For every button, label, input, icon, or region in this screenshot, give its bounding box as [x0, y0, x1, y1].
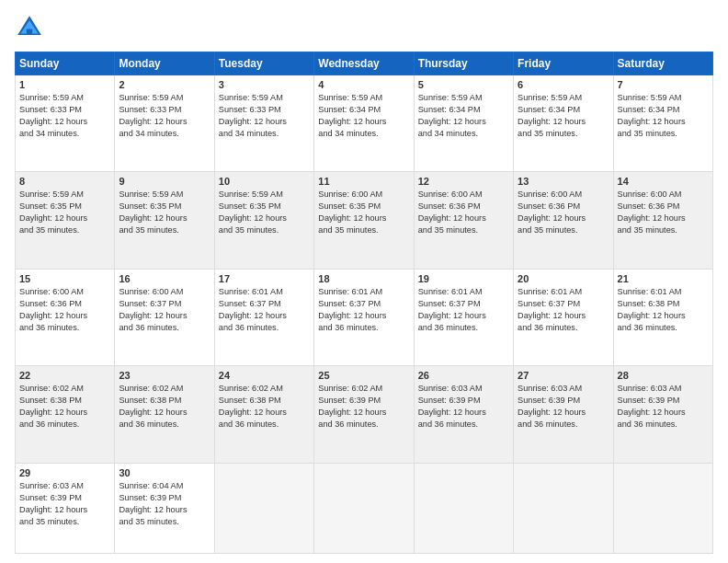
day-number: 10: [219, 176, 310, 187]
calendar-cell: 29Sunrise: 6:03 AMSunset: 6:39 PMDayligh…: [16, 463, 115, 553]
calendar-cell: [414, 463, 513, 553]
day-number: 3: [219, 79, 310, 90]
calendar-cell: 25Sunrise: 6:02 AMSunset: 6:39 PMDayligh…: [314, 366, 414, 463]
day-number: 23: [119, 370, 210, 381]
calendar-cell: 4Sunrise: 5:59 AMSunset: 6:34 PMDaylight…: [314, 75, 414, 172]
day-number: 22: [19, 370, 110, 381]
col-header-thursday: Thursday: [414, 52, 513, 75]
day-info: Sunrise: 6:02 AMSunset: 6:38 PMDaylight:…: [219, 383, 310, 431]
calendar-cell: 15Sunrise: 6:00 AMSunset: 6:36 PMDayligh…: [16, 269, 115, 365]
day-info: Sunrise: 5:59 AMSunset: 6:34 PMDaylight:…: [318, 92, 409, 140]
day-number: 30: [119, 467, 210, 478]
day-info: Sunrise: 5:59 AMSunset: 6:33 PMDaylight:…: [219, 92, 310, 140]
calendar-cell: [214, 463, 313, 553]
day-info: Sunrise: 6:00 AMSunset: 6:36 PMDaylight:…: [418, 189, 509, 236]
day-number: 9: [119, 176, 210, 187]
calendar-cell: 26Sunrise: 6:03 AMSunset: 6:39 PMDayligh…: [414, 366, 513, 463]
day-number: 14: [618, 176, 709, 187]
day-info: Sunrise: 5:59 AMSunset: 6:33 PMDaylight:…: [119, 92, 210, 140]
calendar-cell: 18Sunrise: 6:01 AMSunset: 6:37 PMDayligh…: [314, 269, 414, 365]
day-number: 16: [119, 273, 210, 284]
day-info: Sunrise: 5:59 AMSunset: 6:34 PMDaylight:…: [618, 92, 709, 140]
col-header-saturday: Saturday: [613, 52, 712, 75]
calendar-cell: 30Sunrise: 6:04 AMSunset: 6:39 PMDayligh…: [115, 463, 214, 553]
day-info: Sunrise: 5:59 AMSunset: 6:34 PMDaylight:…: [418, 92, 509, 140]
day-info: Sunrise: 5:59 AMSunset: 6:35 PMDaylight:…: [219, 189, 310, 236]
day-info: Sunrise: 6:04 AMSunset: 6:39 PMDaylight:…: [119, 480, 210, 528]
day-info: Sunrise: 5:59 AMSunset: 6:35 PMDaylight:…: [119, 189, 210, 236]
day-info: Sunrise: 6:01 AMSunset: 6:37 PMDaylight:…: [518, 286, 609, 334]
day-info: Sunrise: 6:02 AMSunset: 6:38 PMDaylight:…: [19, 383, 110, 431]
day-number: 29: [19, 467, 110, 478]
calendar-cell: 13Sunrise: 6:00 AMSunset: 6:36 PMDayligh…: [514, 172, 613, 269]
day-info: Sunrise: 6:00 AMSunset: 6:36 PMDaylight:…: [518, 189, 609, 236]
calendar-cell: [613, 463, 712, 553]
page: SundayMondayTuesdayWednesdayThursdayFrid…: [0, 0, 728, 563]
day-number: 17: [219, 273, 310, 284]
day-number: 6: [518, 79, 609, 90]
day-info: Sunrise: 6:03 AMSunset: 6:39 PMDaylight:…: [418, 383, 509, 431]
calendar-cell: 14Sunrise: 6:00 AMSunset: 6:36 PMDayligh…: [613, 172, 712, 269]
day-number: 8: [19, 176, 110, 187]
col-header-friday: Friday: [514, 52, 613, 75]
calendar-cell: 11Sunrise: 6:00 AMSunset: 6:35 PMDayligh…: [314, 172, 414, 269]
day-info: Sunrise: 5:59 AMSunset: 6:35 PMDaylight:…: [19, 189, 110, 236]
day-number: 5: [418, 79, 509, 90]
day-number: 19: [418, 273, 509, 284]
col-header-wednesday: Wednesday: [314, 52, 414, 75]
logo-icon: [15, 13, 44, 42]
day-info: Sunrise: 6:01 AMSunset: 6:38 PMDaylight:…: [618, 286, 709, 334]
day-number: 7: [618, 79, 709, 90]
day-number: 20: [518, 273, 609, 284]
day-info: Sunrise: 6:01 AMSunset: 6:37 PMDaylight:…: [418, 286, 509, 334]
calendar-cell: 9Sunrise: 5:59 AMSunset: 6:35 PMDaylight…: [115, 172, 214, 269]
calendar-cell: 5Sunrise: 5:59 AMSunset: 6:34 PMDaylight…: [414, 75, 513, 172]
day-info: Sunrise: 6:03 AMSunset: 6:39 PMDaylight:…: [19, 480, 110, 528]
day-number: 18: [318, 273, 409, 284]
day-number: 2: [119, 79, 210, 90]
day-info: Sunrise: 6:00 AMSunset: 6:35 PMDaylight:…: [318, 189, 409, 236]
day-number: 27: [518, 370, 609, 381]
calendar-cell: 3Sunrise: 5:59 AMSunset: 6:33 PMDaylight…: [214, 75, 313, 172]
day-info: Sunrise: 6:03 AMSunset: 6:39 PMDaylight:…: [618, 383, 709, 431]
calendar-row-week-2: 8Sunrise: 5:59 AMSunset: 6:35 PMDaylight…: [16, 172, 713, 269]
calendar-cell: 2Sunrise: 5:59 AMSunset: 6:33 PMDaylight…: [115, 75, 214, 172]
calendar-cell: 21Sunrise: 6:01 AMSunset: 6:38 PMDayligh…: [613, 269, 712, 365]
day-info: Sunrise: 6:02 AMSunset: 6:39 PMDaylight:…: [318, 383, 409, 431]
calendar-cell: 27Sunrise: 6:03 AMSunset: 6:39 PMDayligh…: [514, 366, 613, 463]
day-info: Sunrise: 6:01 AMSunset: 6:37 PMDaylight:…: [219, 286, 310, 334]
day-number: 25: [318, 370, 409, 381]
calendar-cell: 8Sunrise: 5:59 AMSunset: 6:35 PMDaylight…: [16, 172, 115, 269]
day-number: 24: [219, 370, 310, 381]
calendar-cell: 10Sunrise: 5:59 AMSunset: 6:35 PMDayligh…: [214, 172, 313, 269]
day-info: Sunrise: 5:59 AMSunset: 6:34 PMDaylight:…: [518, 92, 609, 140]
day-number: 21: [618, 273, 709, 284]
calendar-table: SundayMondayTuesdayWednesdayThursdayFrid…: [15, 52, 713, 554]
calendar-cell: 28Sunrise: 6:03 AMSunset: 6:39 PMDayligh…: [613, 366, 712, 463]
day-info: Sunrise: 6:00 AMSunset: 6:36 PMDaylight:…: [618, 189, 709, 236]
calendar-cell: 12Sunrise: 6:00 AMSunset: 6:36 PMDayligh…: [414, 172, 513, 269]
col-header-sunday: Sunday: [16, 52, 115, 75]
day-info: Sunrise: 6:01 AMSunset: 6:37 PMDaylight:…: [318, 286, 409, 334]
day-number: 28: [618, 370, 709, 381]
col-header-tuesday: Tuesday: [214, 52, 313, 75]
svg-rect-2: [27, 29, 32, 35]
calendar-cell: 7Sunrise: 5:59 AMSunset: 6:34 PMDaylight…: [613, 75, 712, 172]
calendar-cell: 17Sunrise: 6:01 AMSunset: 6:37 PMDayligh…: [214, 269, 313, 365]
calendar-cell: 20Sunrise: 6:01 AMSunset: 6:37 PMDayligh…: [514, 269, 613, 365]
calendar-cell: [314, 463, 414, 553]
calendar-cell: 23Sunrise: 6:02 AMSunset: 6:38 PMDayligh…: [115, 366, 214, 463]
day-number: 26: [418, 370, 509, 381]
calendar-header-row: SundayMondayTuesdayWednesdayThursdayFrid…: [16, 52, 713, 75]
logo: [15, 13, 50, 42]
calendar-cell: 16Sunrise: 6:00 AMSunset: 6:37 PMDayligh…: [115, 269, 214, 365]
calendar-cell: 1Sunrise: 5:59 AMSunset: 6:33 PMDaylight…: [16, 75, 115, 172]
calendar-row-week-3: 15Sunrise: 6:00 AMSunset: 6:36 PMDayligh…: [16, 269, 713, 365]
calendar-cell: 6Sunrise: 5:59 AMSunset: 6:34 PMDaylight…: [514, 75, 613, 172]
calendar-cell: [514, 463, 613, 553]
calendar-cell: 24Sunrise: 6:02 AMSunset: 6:38 PMDayligh…: [214, 366, 313, 463]
day-number: 4: [318, 79, 409, 90]
calendar-cell: 22Sunrise: 6:02 AMSunset: 6:38 PMDayligh…: [16, 366, 115, 463]
day-number: 13: [518, 176, 609, 187]
header: [15, 13, 713, 42]
